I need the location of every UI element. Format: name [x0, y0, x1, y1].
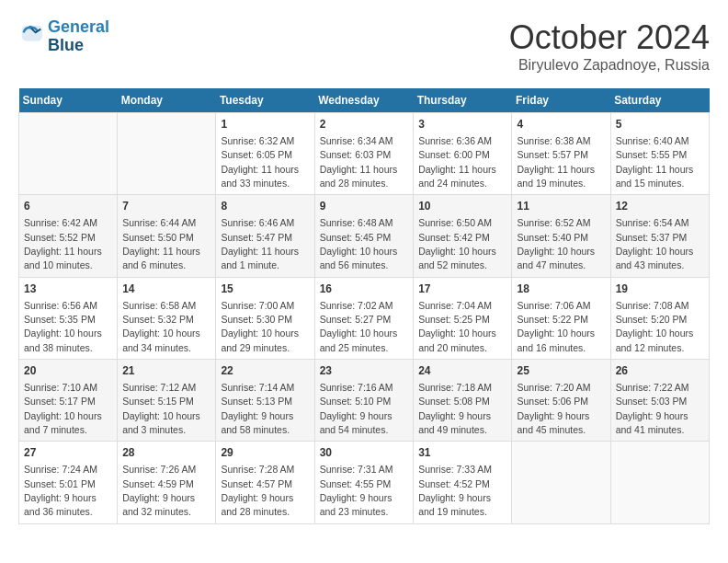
day-detail: Sunrise: 7:22 AM Sunset: 5:03 PM Dayligh…	[616, 382, 689, 435]
calendar-cell: 1Sunrise: 6:32 AM Sunset: 6:05 PM Daylig…	[216, 113, 314, 195]
week-row-2: 6Sunrise: 6:42 AM Sunset: 5:52 PM Daylig…	[19, 195, 710, 277]
day-detail: Sunrise: 7:16 AM Sunset: 5:10 PM Dayligh…	[320, 382, 393, 435]
day-number: 28	[122, 445, 210, 461]
calendar-cell: 13Sunrise: 6:56 AM Sunset: 5:35 PM Dayli…	[19, 277, 118, 359]
weekday-header-sunday: Sunday	[19, 88, 118, 113]
calendar-cell: 31Sunrise: 7:33 AM Sunset: 4:52 PM Dayli…	[414, 442, 512, 523]
location-title: Biryulevo Zapadnoye, Russia	[509, 57, 710, 74]
day-number: 31	[418, 445, 506, 461]
day-detail: Sunrise: 7:20 AM Sunset: 5:06 PM Dayligh…	[517, 382, 590, 435]
calendar-cell: 27Sunrise: 7:24 AM Sunset: 5:01 PM Dayli…	[19, 442, 118, 523]
day-detail: Sunrise: 7:12 AM Sunset: 5:15 PM Dayligh…	[122, 382, 200, 435]
calendar-cell: 11Sunrise: 6:52 AM Sunset: 5:40 PM Dayli…	[512, 195, 610, 277]
calendar-cell: 7Sunrise: 6:44 AM Sunset: 5:50 PM Daylig…	[118, 195, 216, 277]
day-number: 7	[122, 199, 210, 214]
week-row-5: 27Sunrise: 7:24 AM Sunset: 5:01 PM Dayli…	[19, 442, 710, 523]
calendar-cell: 4Sunrise: 6:38 AM Sunset: 5:57 PM Daylig…	[512, 113, 610, 195]
day-detail: Sunrise: 6:54 AM Sunset: 5:37 PM Dayligh…	[616, 217, 694, 270]
day-number: 29	[221, 445, 309, 461]
logo-line1: General	[48, 18, 109, 37]
calendar-cell: 3Sunrise: 6:36 AM Sunset: 6:00 PM Daylig…	[414, 113, 512, 195]
day-number: 14	[122, 282, 210, 297]
day-detail: Sunrise: 6:36 AM Sunset: 6:00 PM Dayligh…	[418, 135, 496, 189]
weekday-header-monday: Monday	[118, 88, 216, 113]
day-detail: Sunrise: 7:26 AM Sunset: 4:59 PM Dayligh…	[122, 464, 196, 517]
day-number: 24	[418, 363, 506, 379]
calendar-cell: 24Sunrise: 7:18 AM Sunset: 5:08 PM Dayli…	[414, 360, 512, 442]
day-detail: Sunrise: 6:48 AM Sunset: 5:45 PM Dayligh…	[320, 217, 398, 270]
page-header: General Blue October 2024 Biryulevo Zapa…	[18, 18, 710, 74]
day-detail: Sunrise: 6:44 AM Sunset: 5:50 PM Dayligh…	[122, 217, 200, 270]
day-detail: Sunrise: 7:06 AM Sunset: 5:22 PM Dayligh…	[517, 300, 595, 353]
day-number: 5	[616, 117, 704, 132]
day-number: 13	[24, 282, 112, 297]
day-number: 30	[320, 445, 409, 461]
calendar-cell: 14Sunrise: 6:58 AM Sunset: 5:32 PM Dayli…	[118, 277, 216, 359]
day-detail: Sunrise: 7:04 AM Sunset: 5:25 PM Dayligh…	[418, 300, 496, 353]
calendar-cell: 12Sunrise: 6:54 AM Sunset: 5:37 PM Dayli…	[610, 195, 709, 277]
month-title: October 2024	[509, 18, 710, 57]
day-number: 15	[221, 282, 309, 297]
day-number: 1	[221, 117, 309, 132]
week-row-1: 1Sunrise: 6:32 AM Sunset: 6:05 PM Daylig…	[19, 113, 710, 195]
calendar-cell	[512, 442, 610, 523]
day-number: 12	[616, 199, 704, 214]
day-number: 20	[24, 363, 112, 379]
day-number: 11	[517, 199, 605, 214]
calendar-cell: 2Sunrise: 6:34 AM Sunset: 6:03 PM Daylig…	[314, 113, 414, 195]
title-block: October 2024 Biryulevo Zapadnoye, Russia	[509, 18, 710, 74]
day-detail: Sunrise: 6:32 AM Sunset: 6:05 PM Dayligh…	[221, 135, 299, 189]
calendar-cell	[118, 113, 216, 195]
weekday-header-thursday: Thursday	[414, 88, 512, 113]
logo-line2: Blue	[48, 37, 109, 55]
day-detail: Sunrise: 6:56 AM Sunset: 5:35 PM Dayligh…	[24, 300, 102, 353]
day-number: 3	[418, 117, 506, 132]
day-number: 22	[221, 363, 309, 379]
svg-point-1	[28, 26, 32, 29]
logo-icon	[18, 24, 44, 50]
day-detail: Sunrise: 7:14 AM Sunset: 5:13 PM Dayligh…	[221, 382, 294, 435]
calendar-cell: 6Sunrise: 6:42 AM Sunset: 5:52 PM Daylig…	[19, 195, 118, 277]
calendar-cell: 20Sunrise: 7:10 AM Sunset: 5:17 PM Dayli…	[19, 360, 118, 442]
weekday-header-tuesday: Tuesday	[216, 88, 314, 113]
day-detail: Sunrise: 6:38 AM Sunset: 5:57 PM Dayligh…	[517, 135, 595, 189]
day-number: 8	[221, 199, 309, 214]
day-detail: Sunrise: 6:40 AM Sunset: 5:55 PM Dayligh…	[616, 135, 694, 189]
calendar-cell: 5Sunrise: 6:40 AM Sunset: 5:55 PM Daylig…	[610, 113, 709, 195]
day-detail: Sunrise: 7:00 AM Sunset: 5:30 PM Dayligh…	[221, 300, 299, 353]
calendar-table: SundayMondayTuesdayWednesdayThursdayFrid…	[18, 88, 710, 524]
day-detail: Sunrise: 6:50 AM Sunset: 5:42 PM Dayligh…	[418, 217, 496, 270]
calendar-cell: 8Sunrise: 6:46 AM Sunset: 5:47 PM Daylig…	[216, 195, 314, 277]
day-detail: Sunrise: 7:31 AM Sunset: 4:55 PM Dayligh…	[320, 464, 393, 517]
day-detail: Sunrise: 6:42 AM Sunset: 5:52 PM Dayligh…	[24, 217, 102, 270]
day-number: 21	[122, 363, 210, 379]
calendar-cell: 19Sunrise: 7:08 AM Sunset: 5:20 PM Dayli…	[610, 277, 709, 359]
day-detail: Sunrise: 6:34 AM Sunset: 6:03 PM Dayligh…	[320, 135, 398, 189]
calendar-cell: 16Sunrise: 7:02 AM Sunset: 5:27 PM Dayli…	[314, 277, 414, 359]
day-number: 9	[320, 199, 409, 214]
day-detail: Sunrise: 7:28 AM Sunset: 4:57 PM Dayligh…	[221, 464, 294, 517]
calendar-cell: 29Sunrise: 7:28 AM Sunset: 4:57 PM Dayli…	[216, 442, 314, 523]
day-number: 23	[320, 363, 409, 379]
calendar-cell	[19, 113, 118, 195]
day-number: 6	[24, 199, 112, 214]
calendar-cell: 21Sunrise: 7:12 AM Sunset: 5:15 PM Dayli…	[118, 360, 216, 442]
logo-text: General Blue	[48, 18, 109, 55]
day-detail: Sunrise: 6:52 AM Sunset: 5:40 PM Dayligh…	[517, 217, 595, 270]
day-number: 2	[320, 117, 409, 132]
day-number: 10	[418, 199, 506, 214]
calendar-cell: 30Sunrise: 7:31 AM Sunset: 4:55 PM Dayli…	[314, 442, 414, 523]
day-number: 4	[517, 117, 605, 132]
calendar-cell	[610, 442, 709, 523]
weekday-header-friday: Friday	[512, 88, 610, 113]
calendar-cell: 15Sunrise: 7:00 AM Sunset: 5:30 PM Dayli…	[216, 277, 314, 359]
weekday-header-row: SundayMondayTuesdayWednesdayThursdayFrid…	[19, 88, 710, 113]
calendar-cell: 25Sunrise: 7:20 AM Sunset: 5:06 PM Dayli…	[512, 360, 610, 442]
day-number: 26	[616, 363, 704, 379]
day-detail: Sunrise: 7:18 AM Sunset: 5:08 PM Dayligh…	[418, 382, 492, 435]
day-number: 19	[616, 282, 704, 297]
day-detail: Sunrise: 7:24 AM Sunset: 5:01 PM Dayligh…	[24, 464, 97, 517]
calendar-cell: 9Sunrise: 6:48 AM Sunset: 5:45 PM Daylig…	[314, 195, 414, 277]
calendar-cell: 23Sunrise: 7:16 AM Sunset: 5:10 PM Dayli…	[314, 360, 414, 442]
calendar-cell: 18Sunrise: 7:06 AM Sunset: 5:22 PM Dayli…	[512, 277, 610, 359]
